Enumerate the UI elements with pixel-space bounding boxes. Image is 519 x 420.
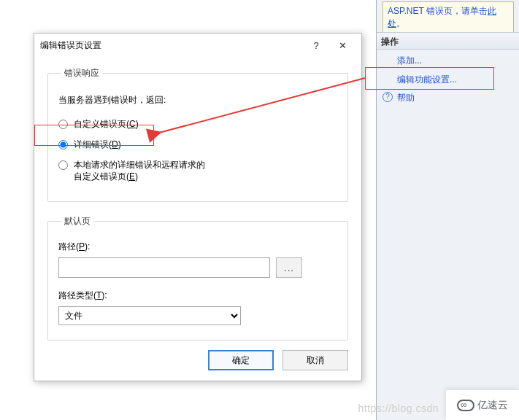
path-row: ...	[58, 257, 337, 278]
operations-header: 操作	[377, 32, 519, 50]
path-type-label: 路径类型(T):	[58, 289, 337, 302]
path-label: 路径(P):	[58, 241, 337, 253]
radio-row-local-detailed: 本地请求的详细错误和远程请求的 自定义错误页(E)	[58, 155, 337, 187]
error-response-group: 错误响应 当服务器遇到错误时，返回: 自定义错误页(C) 详细错误(D) 本地请…	[47, 67, 348, 202]
edit-error-pages-settings-dialog: 编辑错误页设置 ? ✕ 错误响应 当服务器遇到错误时，返回: 自定义错误页(C)…	[34, 33, 362, 381]
dialog-button-row: 确定 取消	[208, 350, 348, 370]
action-edit-feature-settings[interactable]: 编辑功能设置...	[377, 71, 519, 88]
response-description: 当服务器遇到错误时，返回:	[58, 94, 337, 106]
close-icon: ✕	[339, 40, 347, 51]
ok-button[interactable]: 确定	[208, 350, 274, 370]
default-page-group: 默认页 路径(P): ... 路径类型(T): 文件	[47, 215, 348, 341]
cancel-button[interactable]: 取消	[282, 350, 348, 370]
action-add-label: 添加...	[397, 55, 422, 66]
radio-custom-label[interactable]: 自定义错误页(C)	[74, 118, 139, 130]
radio-custom-error-page[interactable]	[58, 120, 68, 129]
info-text-prefix: ASP.NET 错误页，请单击	[388, 6, 488, 16]
browse-path-button[interactable]: ...	[276, 257, 302, 278]
help-question-icon: ?	[313, 40, 318, 51]
csdn-watermark: https://blog.csdn	[358, 402, 439, 414]
action-help[interactable]: ? 帮助	[377, 90, 519, 106]
dialog-titlebar: 编辑错误页设置 ? ✕	[34, 34, 361, 57]
radio-local-detailed-label[interactable]: 本地请求的详细错误和远程请求的 自定义错误页(E)	[74, 159, 205, 182]
dialog-help-button[interactable]: ?	[303, 35, 329, 55]
action-help-label: 帮助	[397, 93, 415, 103]
path-input[interactable]	[58, 257, 270, 278]
info-text-suffix: 。	[396, 18, 405, 28]
radio-row-custom: 自定义错误页(C)	[58, 114, 337, 134]
radio-local-detailed-remote-custom[interactable]	[58, 160, 68, 170]
yisu-logo-box: 亿速云	[446, 389, 519, 420]
action-edit-label: 编辑功能设置...	[397, 74, 457, 85]
default-page-legend: 默认页	[61, 215, 93, 228]
radio-row-detailed: 详细错误(D)	[58, 134, 337, 155]
dialog-close-button[interactable]: ✕	[329, 35, 355, 55]
cloud-icon	[457, 400, 474, 411]
dialog-body: 错误响应 当服务器遇到错误时，返回: 自定义错误页(C) 详细错误(D) 本地请…	[34, 57, 361, 341]
aspnet-info-box: ASP.NET 错误页，请单击此处。	[382, 1, 514, 35]
dialog-title: 编辑错误页设置	[40, 39, 303, 52]
yisu-logo-text: 亿速云	[477, 399, 508, 412]
radio-detailed-label[interactable]: 详细错误(D)	[74, 139, 121, 150]
actions-sidebar: ASP.NET 错误页，请单击此处。 操作 添加... 编辑功能设置... ? …	[376, 0, 519, 420]
help-icon: ?	[382, 92, 393, 102]
action-add[interactable]: 添加...	[377, 52, 519, 69]
error-response-legend: 错误响应	[61, 67, 102, 79]
path-type-select[interactable]: 文件	[58, 306, 241, 325]
ellipsis-icon: ...	[284, 262, 294, 273]
radio-detailed-errors[interactable]	[58, 140, 68, 149]
